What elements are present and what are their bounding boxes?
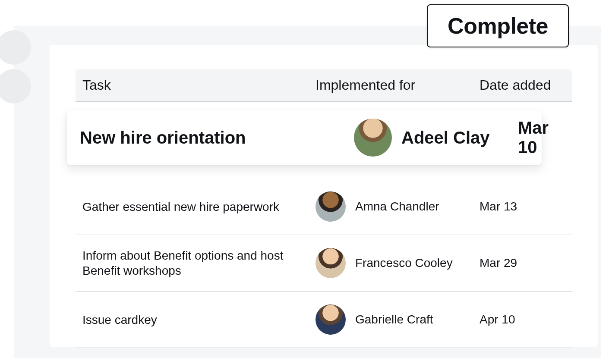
column-header-implemented-for: Implemented for [315, 77, 480, 93]
table-row[interactable]: New hire orientation Adeel Clay Mar 10 [67, 110, 542, 165]
table-row[interactable]: Gather essential new hire paperwork Amna… [76, 179, 572, 235]
avatar [315, 248, 346, 278]
task-date: Mar 13 [480, 200, 565, 213]
task-assignee: Gabrielle Craft [315, 304, 480, 335]
column-header-task: Task [82, 77, 315, 93]
assignee-name: Francesco Cooley [355, 256, 453, 270]
status-badge: Complete [427, 4, 569, 47]
table-header: Task Implemented for Date added [76, 69, 572, 102]
avatar [315, 191, 346, 222]
decorative-circle [0, 30, 31, 65]
column-header-date-added: Date added [480, 77, 565, 93]
task-assignee: Adeel Clay [354, 119, 518, 157]
table-row[interactable]: Issue cardkey Gabrielle Craft Apr 10 [76, 292, 572, 348]
decorative-circle [0, 69, 31, 104]
task-title: Issue cardkey [82, 312, 315, 327]
task-assignee: Amna Chandler [315, 191, 480, 222]
task-assignee: Francesco Cooley [315, 248, 480, 278]
assignee-name: Amna Chandler [355, 200, 439, 213]
task-date: Apr 10 [480, 313, 565, 326]
task-date: Mar 10 [518, 118, 549, 157]
status-badge-label: Complete [448, 13, 548, 38]
task-title: Inform about Benefit options and host Be… [82, 248, 315, 278]
task-title: New hire orientation [80, 127, 354, 148]
task-list-card: Task Implemented for Date added New hire… [50, 45, 598, 347]
table-row[interactable]: Inform about Benefit options and host Be… [76, 235, 572, 292]
avatar [354, 119, 392, 157]
avatar [315, 304, 346, 335]
assignee-name: Adeel Clay [401, 128, 490, 147]
task-title: Gather essential new hire paperwork [82, 199, 315, 214]
assignee-name: Gabrielle Craft [355, 313, 433, 326]
task-date: Mar 29 [480, 256, 565, 270]
